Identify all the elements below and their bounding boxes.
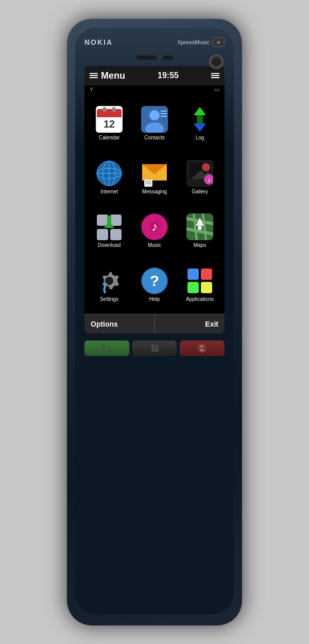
- contacts-icon: [141, 106, 168, 133]
- svg-rect-55: [201, 282, 212, 293]
- xpress-music: XpressMusic ⊞: [177, 38, 225, 47]
- gallery-label: Gallery: [192, 189, 208, 194]
- xpress-music-label: XpressMusic: [177, 39, 210, 45]
- download-label: Download: [98, 242, 121, 248]
- svg-rect-35: [97, 214, 108, 226]
- calendar-label: Calendar: [99, 135, 120, 140]
- menu-item-music[interactable]: ♪ Music: [132, 204, 177, 258]
- menu-grid: 12 Calendar: [84, 94, 225, 314]
- menu-item-download[interactable]: Download: [87, 204, 132, 258]
- menu-line-r2: [211, 75, 219, 76]
- internet-icon: [96, 160, 123, 187]
- log-label: Log: [196, 135, 204, 140]
- menu-line-3: [90, 77, 98, 78]
- svg-rect-52: [187, 269, 199, 280]
- camera-row: [75, 53, 234, 64]
- menu-item-calendar[interactable]: 12 Calendar: [87, 96, 132, 150]
- applications-label: Applications: [186, 296, 214, 302]
- settings-label: Settings: [100, 296, 118, 302]
- applications-icon: [186, 267, 213, 294]
- messaging-icon: [141, 160, 168, 187]
- phone-inner: NOKIA XpressMusic ⊞ Me: [75, 28, 234, 614]
- svg-rect-2: [97, 114, 122, 117]
- small-rect: [163, 56, 173, 60]
- svg-marker-13: [194, 123, 206, 132]
- music-label: Music: [148, 242, 161, 248]
- svg-point-7: [149, 110, 160, 120]
- menu-item-gallery[interactable]: ♪ Gallery: [177, 150, 222, 204]
- maps-label: Maps: [194, 242, 206, 248]
- svg-point-48: [198, 226, 202, 230]
- battery-indicator: ▭: [214, 86, 219, 93]
- help-label: Help: [149, 296, 160, 302]
- signal-bars: Y: [90, 86, 93, 93]
- end-call-button[interactable]: ⬛: [132, 341, 177, 356]
- exit-button[interactable]: Exit: [155, 314, 225, 333]
- xpress-music-icon: ⊞: [212, 38, 225, 47]
- calendar-icon: 12: [96, 106, 123, 133]
- reject-button[interactable]: 📵: [180, 341, 225, 356]
- bottom-bar: Options Exit: [84, 314, 225, 333]
- status-bar: Menu 19:55: [84, 66, 225, 85]
- phone-device: NOKIA XpressMusic ⊞ Me: [67, 19, 242, 625]
- phone-buttons: 📞 ⬛ 📵: [84, 341, 225, 356]
- music-icon: ♪: [141, 213, 168, 240]
- svg-rect-36: [110, 214, 122, 226]
- menu-item-messaging[interactable]: Messaging: [132, 150, 177, 204]
- svg-rect-53: [201, 269, 212, 280]
- status-right: [211, 73, 219, 78]
- menu-item-contacts[interactable]: Contacts: [132, 96, 177, 150]
- menu-line-r1: [211, 73, 219, 74]
- svg-point-29: [202, 163, 210, 171]
- svg-rect-24: [146, 181, 151, 182]
- nokia-logo: NOKIA: [84, 38, 113, 46]
- svg-rect-5: [112, 107, 115, 112]
- svg-text:12: 12: [104, 118, 115, 130]
- status-left: Menu: [90, 70, 125, 81]
- settings-icon: [96, 267, 123, 294]
- menu-item-internet[interactable]: Internet: [87, 150, 132, 204]
- call-button[interactable]: 📞: [84, 341, 129, 356]
- svg-rect-33: [97, 229, 108, 240]
- menu-icon-lines: [90, 73, 98, 78]
- contacts-label: Contacts: [144, 135, 164, 140]
- menu-item-applications[interactable]: Applications: [177, 258, 222, 312]
- time-display: 19:55: [158, 71, 179, 80]
- menu-item-log[interactable]: Log: [177, 96, 222, 150]
- mid-icon: ⬛: [151, 345, 159, 352]
- call-row: 📞 ⬛ 📵: [84, 341, 225, 356]
- svg-marker-12: [194, 107, 206, 115]
- menu-item-maps[interactable]: Maps: [177, 204, 222, 258]
- menu-item-help[interactable]: ? Help: [132, 258, 177, 312]
- svg-text:♪: ♪: [151, 220, 158, 234]
- menu-line-1: [90, 73, 98, 74]
- speaker-slot: [136, 56, 157, 60]
- svg-rect-34: [110, 229, 122, 240]
- reject-icon: 📵: [198, 344, 207, 352]
- help-icon: ?: [141, 267, 168, 294]
- download-icon: [96, 213, 123, 240]
- internet-label: Internet: [100, 189, 118, 194]
- screen: Menu 19:55 Y ▭: [84, 66, 225, 333]
- menu-label: Menu: [101, 70, 125, 81]
- call-icon: 📞: [102, 344, 111, 352]
- menu-line-r3: [211, 77, 219, 78]
- svg-text:♪: ♪: [208, 175, 211, 184]
- svg-rect-25: [146, 183, 151, 184]
- top-bar: NOKIA XpressMusic ⊞: [75, 28, 234, 53]
- camera-lens: [209, 55, 224, 69]
- menu-line-2: [90, 75, 98, 76]
- maps-icon: [186, 213, 213, 240]
- svg-rect-38: [107, 216, 111, 223]
- log-icon: [186, 106, 213, 133]
- svg-rect-54: [187, 282, 199, 293]
- options-button[interactable]: Options: [84, 314, 154, 333]
- svg-rect-14: [197, 115, 203, 123]
- gallery-icon: ♪: [186, 160, 213, 187]
- menu-item-settings[interactable]: Settings: [87, 258, 132, 312]
- right-menu-lines: [211, 73, 219, 78]
- messaging-label: Messaging: [142, 189, 167, 194]
- svg-text:?: ?: [150, 272, 159, 289]
- svg-rect-4: [103, 107, 106, 112]
